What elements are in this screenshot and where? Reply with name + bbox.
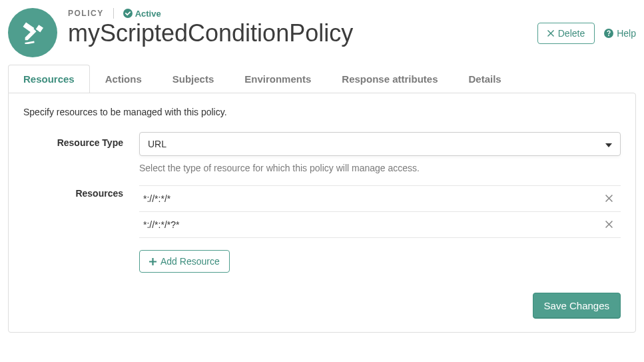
add-resource-button[interactable]: Add Resource	[139, 250, 230, 273]
tabs: Resources Actions Subjects Environments …	[8, 64, 636, 93]
resource-type-hint: Select the type of resource for which th…	[139, 163, 621, 173]
tab-response-attributes[interactable]: Response attributes	[326, 65, 453, 93]
resource-type-value: URL	[148, 139, 166, 149]
help-icon	[604, 29, 613, 38]
tab-resources[interactable]: Resources	[8, 65, 90, 93]
save-changes-button[interactable]: Save Changes	[533, 293, 621, 319]
gavel-icon	[8, 8, 57, 57]
page-title: myScriptedConditionPolicy	[68, 20, 527, 47]
close-icon	[605, 221, 613, 228]
check-circle-icon	[123, 9, 133, 18]
resource-text: *://*:*/*?*	[143, 219, 601, 230]
resource-text: *://*:*/*	[143, 193, 601, 204]
resource-list: *://*:*/* *://*:*/*?*	[139, 185, 621, 238]
resource-type-label: Resource Type	[23, 132, 123, 148]
intro-text: Specify resources to be managed with thi…	[23, 107, 621, 117]
tab-panel: Specify resources to be managed with thi…	[8, 93, 636, 333]
close-icon	[547, 30, 554, 37]
divider	[113, 8, 114, 19]
tab-details[interactable]: Details	[454, 65, 517, 93]
resources-label: Resources	[23, 183, 123, 199]
resource-item: *://*:*/*	[139, 185, 621, 212]
status-badge: Active	[123, 9, 161, 19]
delete-button[interactable]: Delete	[537, 23, 595, 44]
help-link[interactable]: Help	[604, 28, 636, 39]
tab-environments[interactable]: Environments	[229, 65, 326, 93]
resource-item: *://*:*/*?*	[139, 212, 621, 238]
tab-actions[interactable]: Actions	[90, 65, 157, 93]
plus-icon	[149, 258, 157, 265]
policy-badge: POLICY	[68, 9, 104, 18]
resource-type-select[interactable]: URL	[139, 132, 621, 156]
tab-subjects[interactable]: Subjects	[157, 65, 230, 93]
close-icon	[605, 195, 613, 202]
remove-resource-button[interactable]	[601, 193, 617, 204]
remove-resource-button[interactable]	[601, 219, 617, 230]
caret-down-icon	[605, 139, 612, 149]
